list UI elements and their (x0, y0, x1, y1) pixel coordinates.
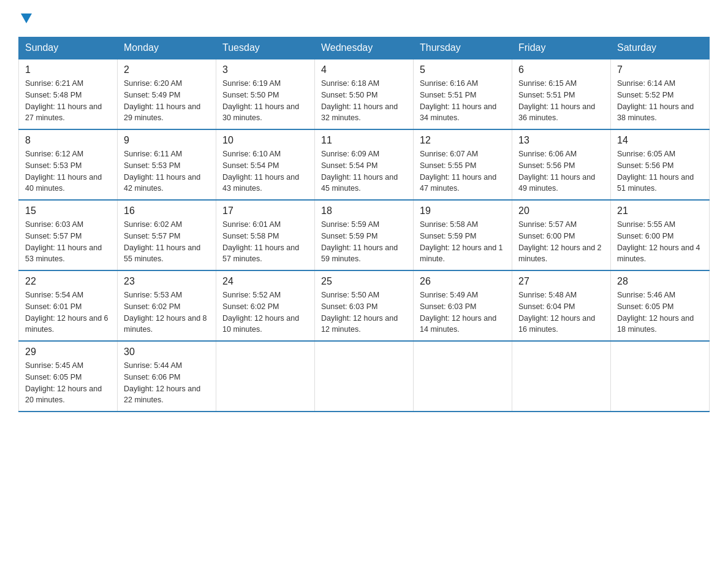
day-number: 23 (124, 276, 210, 287)
day-number: 30 (124, 347, 210, 358)
day-number: 5 (420, 64, 506, 75)
day-number: 22 (25, 276, 111, 287)
table-row: 24Sunrise: 5:52 AMSunset: 6:02 PMDayligh… (216, 270, 315, 341)
day-number: 13 (518, 135, 604, 146)
table-row: 26Sunrise: 5:49 AMSunset: 6:03 PMDayligh… (414, 270, 512, 341)
table-row: 15Sunrise: 6:03 AMSunset: 5:57 PMDayligh… (19, 200, 118, 270)
day-number: 24 (222, 276, 308, 287)
calendar-week-row: 29Sunrise: 5:45 AMSunset: 6:05 PMDayligh… (19, 341, 710, 412)
day-number: 12 (420, 135, 506, 146)
table-row: 27Sunrise: 5:48 AMSunset: 6:04 PMDayligh… (512, 270, 611, 341)
day-number: 28 (617, 276, 703, 287)
day-info: Sunrise: 6:03 AMSunset: 5:57 PMDaylight:… (25, 219, 111, 265)
col-sunday: Sunday (19, 37, 118, 59)
day-number: 20 (518, 205, 604, 216)
table-row: 12Sunrise: 6:07 AMSunset: 5:55 PMDayligh… (414, 129, 512, 200)
table-row (216, 341, 315, 412)
col-wednesday: Wednesday (315, 37, 414, 59)
day-info: Sunrise: 6:16 AMSunset: 5:51 PMDaylight:… (420, 78, 506, 124)
calendar-week-row: 15Sunrise: 6:03 AMSunset: 5:57 PMDayligh… (19, 200, 710, 270)
col-tuesday: Tuesday (216, 37, 315, 59)
day-info: Sunrise: 6:12 AMSunset: 5:53 PMDaylight:… (25, 148, 111, 194)
table-row: 19Sunrise: 5:58 AMSunset: 5:59 PMDayligh… (414, 200, 512, 270)
day-info: Sunrise: 5:52 AMSunset: 6:02 PMDaylight:… (222, 289, 308, 335)
day-number: 25 (321, 276, 407, 287)
day-number: 19 (420, 205, 506, 216)
table-row: 29Sunrise: 5:45 AMSunset: 6:05 PMDayligh… (19, 341, 118, 412)
day-number: 29 (25, 347, 111, 358)
day-info: Sunrise: 6:15 AMSunset: 5:51 PMDaylight:… (518, 78, 604, 124)
calendar-week-row: 22Sunrise: 5:54 AMSunset: 6:01 PMDayligh… (19, 270, 710, 341)
table-row: 7Sunrise: 6:14 AMSunset: 5:52 PMDaylight… (611, 59, 710, 129)
table-row: 3Sunrise: 6:19 AMSunset: 5:50 PMDaylight… (216, 59, 315, 129)
day-number: 16 (124, 205, 210, 216)
day-info: Sunrise: 6:07 AMSunset: 5:55 PMDaylight:… (420, 148, 506, 194)
day-info: Sunrise: 5:59 AMSunset: 5:59 PMDaylight:… (321, 219, 407, 265)
day-info: Sunrise: 6:18 AMSunset: 5:50 PMDaylight:… (321, 78, 407, 124)
table-row: 8Sunrise: 6:12 AMSunset: 5:53 PMDaylight… (19, 129, 118, 200)
day-info: Sunrise: 5:46 AMSunset: 6:05 PMDaylight:… (617, 289, 703, 335)
day-number: 14 (617, 135, 703, 146)
table-row (611, 341, 710, 412)
day-info: Sunrise: 5:54 AMSunset: 6:01 PMDaylight:… (25, 289, 111, 335)
day-number: 4 (321, 64, 407, 75)
day-number: 21 (617, 205, 703, 216)
table-row: 1Sunrise: 6:21 AMSunset: 5:48 PMDaylight… (19, 59, 118, 129)
day-info: Sunrise: 6:11 AMSunset: 5:53 PMDaylight:… (124, 148, 210, 194)
table-row: 23Sunrise: 5:53 AMSunset: 6:02 PMDayligh… (118, 270, 216, 341)
col-monday: Monday (118, 37, 216, 59)
day-number: 18 (321, 205, 407, 216)
table-row: 20Sunrise: 5:57 AMSunset: 6:00 PMDayligh… (512, 200, 611, 270)
day-number: 3 (222, 64, 308, 75)
table-row: 6Sunrise: 6:15 AMSunset: 5:51 PMDaylight… (512, 59, 611, 129)
day-info: Sunrise: 5:44 AMSunset: 6:06 PMDaylight:… (124, 360, 210, 406)
table-row: 18Sunrise: 5:59 AMSunset: 5:59 PMDayligh… (315, 200, 414, 270)
table-row: 28Sunrise: 5:46 AMSunset: 6:05 PMDayligh… (611, 270, 710, 341)
table-row: 16Sunrise: 6:02 AMSunset: 5:57 PMDayligh… (118, 200, 216, 270)
table-row (414, 341, 512, 412)
col-friday: Friday (512, 37, 611, 59)
day-info: Sunrise: 5:55 AMSunset: 6:00 PMDaylight:… (617, 219, 703, 265)
day-number: 2 (124, 64, 210, 75)
table-row: 30Sunrise: 5:44 AMSunset: 6:06 PMDayligh… (118, 341, 216, 412)
svg-marker-0 (21, 13, 32, 23)
table-row: 9Sunrise: 6:11 AMSunset: 5:53 PMDaylight… (118, 129, 216, 200)
table-row: 10Sunrise: 6:10 AMSunset: 5:54 PMDayligh… (216, 129, 315, 200)
day-info: Sunrise: 5:58 AMSunset: 5:59 PMDaylight:… (420, 219, 506, 265)
day-info: Sunrise: 5:50 AMSunset: 6:03 PMDaylight:… (321, 289, 407, 335)
day-number: 17 (222, 205, 308, 216)
day-number: 11 (321, 135, 407, 146)
day-info: Sunrise: 5:48 AMSunset: 6:04 PMDaylight:… (518, 289, 604, 335)
logo-arrow-icon (21, 12, 34, 26)
table-row: 21Sunrise: 5:55 AMSunset: 6:00 PMDayligh… (611, 200, 710, 270)
day-info: Sunrise: 6:21 AMSunset: 5:48 PMDaylight:… (25, 78, 111, 124)
day-info: Sunrise: 6:06 AMSunset: 5:56 PMDaylight:… (518, 148, 604, 194)
table-row: 2Sunrise: 6:20 AMSunset: 5:49 PMDaylight… (118, 59, 216, 129)
day-info: Sunrise: 6:20 AMSunset: 5:49 PMDaylight:… (124, 78, 210, 124)
day-info: Sunrise: 5:49 AMSunset: 6:03 PMDaylight:… (420, 289, 506, 335)
calendar-table: Sunday Monday Tuesday Wednesday Thursday… (18, 37, 710, 412)
col-thursday: Thursday (414, 37, 512, 59)
day-info: Sunrise: 6:14 AMSunset: 5:52 PMDaylight:… (617, 78, 703, 124)
day-info: Sunrise: 6:05 AMSunset: 5:56 PMDaylight:… (617, 148, 703, 194)
table-row: 14Sunrise: 6:05 AMSunset: 5:56 PMDayligh… (611, 129, 710, 200)
calendar-week-row: 8Sunrise: 6:12 AMSunset: 5:53 PMDaylight… (19, 129, 710, 200)
day-info: Sunrise: 5:45 AMSunset: 6:05 PMDaylight:… (25, 360, 111, 406)
day-info: Sunrise: 6:19 AMSunset: 5:50 PMDaylight:… (222, 78, 308, 124)
day-info: Sunrise: 6:02 AMSunset: 5:57 PMDaylight:… (124, 219, 210, 265)
table-row: 17Sunrise: 6:01 AMSunset: 5:58 PMDayligh… (216, 200, 315, 270)
logo (18, 12, 34, 26)
table-row: 25Sunrise: 5:50 AMSunset: 6:03 PMDayligh… (315, 270, 414, 341)
day-number: 26 (420, 276, 506, 287)
table-row: 13Sunrise: 6:06 AMSunset: 5:56 PMDayligh… (512, 129, 611, 200)
day-info: Sunrise: 6:10 AMSunset: 5:54 PMDaylight:… (222, 148, 308, 194)
table-row: 5Sunrise: 6:16 AMSunset: 5:51 PMDaylight… (414, 59, 512, 129)
day-number: 8 (25, 135, 111, 146)
table-row (512, 341, 611, 412)
table-row: 4Sunrise: 6:18 AMSunset: 5:50 PMDaylight… (315, 59, 414, 129)
day-number: 27 (518, 276, 604, 287)
page-header (18, 12, 710, 26)
table-row: 22Sunrise: 5:54 AMSunset: 6:01 PMDayligh… (19, 270, 118, 341)
calendar-header-row: Sunday Monday Tuesday Wednesday Thursday… (19, 37, 710, 59)
day-number: 1 (25, 64, 111, 75)
